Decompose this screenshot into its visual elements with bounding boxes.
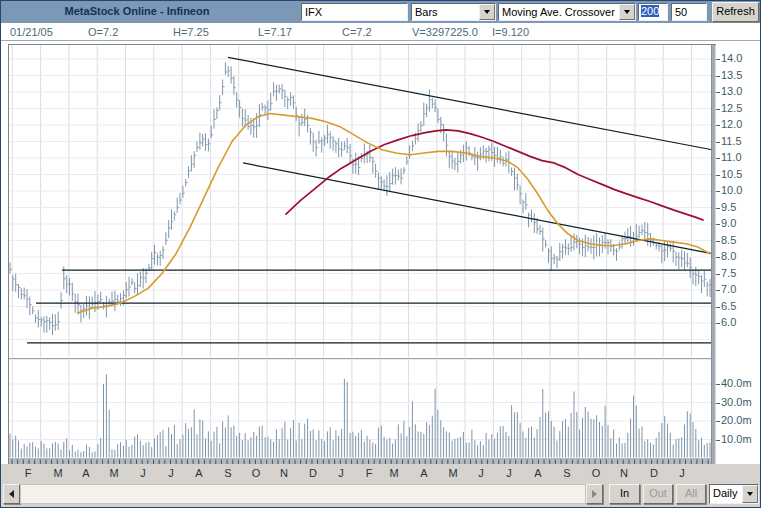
volume-tick-label: 30.0m bbox=[721, 396, 759, 408]
axis-tick bbox=[716, 403, 720, 404]
price-tick-label: 11.0 bbox=[721, 151, 759, 163]
price-tick-label: 6.5 bbox=[721, 300, 759, 312]
quote-low: L=7.17 bbox=[258, 26, 292, 38]
price-tick-label: 6.0 bbox=[721, 316, 759, 328]
chart-canvas[interactable] bbox=[8, 44, 716, 465]
refresh-button[interactable]: Refresh bbox=[712, 2, 759, 22]
scroll-left-button[interactable] bbox=[3, 484, 20, 504]
chart-type-value: Bars bbox=[412, 4, 479, 20]
quote-date: 01/21/05 bbox=[10, 26, 53, 38]
titlebar: MetaStock Online - Infineon Bars Moving … bbox=[1, 1, 760, 23]
quote-open: O=7.2 bbox=[88, 26, 118, 38]
price-tick-label: 10.5 bbox=[721, 168, 759, 180]
month-label: F bbox=[362, 467, 376, 479]
month-label: A bbox=[79, 467, 93, 479]
axis-tick bbox=[716, 307, 720, 308]
axis-tick bbox=[716, 191, 720, 192]
axis-tick bbox=[716, 125, 720, 126]
axis-tick bbox=[716, 142, 720, 143]
param2-input[interactable] bbox=[671, 3, 707, 21]
month-label: J bbox=[474, 467, 488, 479]
quote-close: C=7.2 bbox=[342, 26, 372, 38]
arrow-left-icon bbox=[9, 490, 14, 498]
axis-tick bbox=[716, 175, 720, 176]
month-label: M bbox=[51, 467, 65, 479]
month-label: J bbox=[502, 467, 516, 479]
month-label: A bbox=[531, 467, 545, 479]
period-combo[interactable]: Daily bbox=[709, 484, 759, 504]
chart-type-combo[interactable]: Bars bbox=[411, 3, 496, 21]
axis-tick bbox=[716, 92, 720, 93]
axis-tick bbox=[716, 76, 720, 77]
quote-volume: V=3297225.0 bbox=[412, 26, 478, 38]
axis-tick bbox=[716, 208, 720, 209]
quote-high: H=7.25 bbox=[173, 26, 209, 38]
price-tick-label: 9.5 bbox=[721, 201, 759, 213]
month-label: J bbox=[164, 467, 178, 479]
price-tick-label: 7.5 bbox=[721, 267, 759, 279]
axis-tick bbox=[716, 241, 720, 242]
metastock-window: MetaStock Online - Infineon Bars Moving … bbox=[0, 0, 761, 508]
chevron-down-icon bbox=[484, 10, 490, 14]
month-label: S bbox=[221, 467, 235, 479]
symbol-input[interactable] bbox=[301, 3, 408, 21]
volume-tick-label: 40.0m bbox=[721, 377, 759, 389]
period-value: Daily bbox=[710, 485, 742, 503]
axis-tick bbox=[716, 421, 720, 422]
param1-selected-text: 200 bbox=[641, 5, 659, 17]
chevron-down-icon bbox=[747, 492, 753, 496]
indicator-value: Moving Ave. Crossover bbox=[499, 4, 619, 20]
indicator-combo[interactable]: Moving Ave. Crossover bbox=[498, 3, 636, 21]
month-label: O bbox=[589, 467, 603, 479]
month-label: A bbox=[417, 467, 431, 479]
month-label: D bbox=[647, 467, 661, 479]
bottom-bar: FMAMJJASONDJFMAMJJASONDJ In Out All Dail… bbox=[1, 464, 760, 507]
axis-tick bbox=[716, 290, 720, 291]
price-tick-label: 13.0 bbox=[721, 85, 759, 97]
month-label: J bbox=[334, 467, 348, 479]
scrollbar-track[interactable] bbox=[20, 484, 586, 504]
axis-tick bbox=[716, 440, 720, 441]
volume-tick-label: 20.0m bbox=[721, 414, 759, 426]
zoom-out-button[interactable]: Out bbox=[643, 484, 673, 504]
chart-type-dropdown-button[interactable] bbox=[479, 4, 495, 20]
month-label: M bbox=[107, 467, 121, 479]
axis-tick bbox=[716, 59, 720, 60]
axis-tick bbox=[716, 274, 720, 275]
window-title: MetaStock Online - Infineon bbox=[37, 5, 237, 17]
price-tick-label: 12.5 bbox=[721, 102, 759, 114]
axis-tick bbox=[716, 323, 720, 324]
price-tick-label: 11.5 bbox=[721, 135, 759, 147]
price-tick-label: 14.0 bbox=[721, 52, 759, 64]
scroll-right-button[interactable] bbox=[586, 484, 603, 504]
month-label: D bbox=[306, 467, 320, 479]
price-tick-label: 8.0 bbox=[721, 250, 759, 262]
indicator-dropdown-button[interactable] bbox=[619, 4, 635, 20]
price-tick-label: 13.5 bbox=[721, 69, 759, 81]
axis-tick bbox=[716, 224, 720, 225]
chevron-down-icon bbox=[624, 10, 630, 14]
param1-input[interactable]: 200 bbox=[638, 3, 668, 21]
price-tick-label: 12.0 bbox=[721, 118, 759, 130]
month-label: O bbox=[249, 467, 263, 479]
quote-indicator: I=9.120 bbox=[492, 26, 529, 38]
zoom-all-button[interactable]: All bbox=[676, 484, 706, 504]
arrow-right-icon bbox=[592, 490, 597, 498]
month-label: M bbox=[387, 467, 401, 479]
axis-tick bbox=[716, 384, 720, 385]
axis-tick bbox=[716, 158, 720, 159]
axis-tick bbox=[716, 109, 720, 110]
month-label: M bbox=[446, 467, 460, 479]
zoom-in-button[interactable]: In bbox=[609, 484, 640, 504]
month-label: A bbox=[192, 467, 206, 479]
month-label: N bbox=[617, 467, 631, 479]
month-label: F bbox=[21, 467, 35, 479]
price-tick-label: 9.0 bbox=[721, 217, 759, 229]
month-label: S bbox=[560, 467, 574, 479]
volume-tick-label: 10.0m bbox=[721, 433, 759, 445]
axis-tick bbox=[716, 257, 720, 258]
month-label: J bbox=[136, 467, 150, 479]
quote-bar: 01/21/05 O=7.2 H=7.25 L=7.17 C=7.2 V=329… bbox=[1, 23, 760, 41]
price-tick-label: 10.0 bbox=[721, 184, 759, 196]
period-dropdown-button[interactable] bbox=[742, 485, 758, 503]
